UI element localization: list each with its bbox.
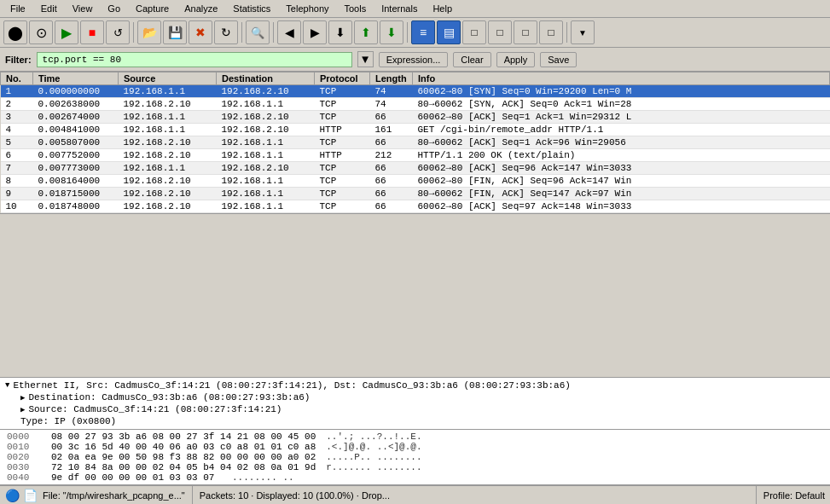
hex-offset: 0000 <box>7 432 41 442</box>
destination-text: Destination: CadmusCo_93:3b:a6 (08:00:27… <box>28 392 310 403</box>
hex-offset: 0020 <box>7 452 41 462</box>
status-icon-2: 📄 <box>23 489 38 502</box>
table-row[interactable]: 80.008164000192.168.2.10192.168.1.1TCP66… <box>1 175 830 188</box>
hex-ascii: ..'.; ...?..!..E. <box>326 432 421 442</box>
hex-row: 00409e df 00 00 00 00 01 03 03 07.......… <box>5 472 825 483</box>
toolbar: ⬤ ⊙ ▶ ■ ↺ 📂 💾 ✖ ↻ 🔍 ◀ ▶ ⬇ ⬆ ⬇ ≡ ▤ □ □ □ … <box>0 18 830 48</box>
menu-edit[interactable]: Edit <box>34 2 64 15</box>
new-capture-btn[interactable]: ⬤ <box>3 20 27 44</box>
ethernet-header-row[interactable]: Ethernet II, Src: CadmusCo_3f:14:21 (08:… <box>3 379 827 391</box>
hex-row: 000008 00 27 93 3b a6 08 00 27 3f 14 21 … <box>5 432 825 442</box>
table-row[interactable]: 70.007773000192.168.1.1192.168.2.10TCP66… <box>1 162 830 175</box>
back-btn[interactable]: ◀ <box>277 20 301 44</box>
menu-analyze[interactable]: Analyze <box>177 2 224 15</box>
packet-detail: Ethernet II, Src: CadmusCo_3f:14:21 (08:… <box>0 378 830 430</box>
hex-ascii: r....... ........ <box>326 462 421 472</box>
jump-btn[interactable]: ⬇ <box>328 20 352 44</box>
table-row[interactable]: 20.002638000192.168.2.10192.168.1.1TCP74… <box>1 98 830 111</box>
hex-bytes: 72 10 84 8a 00 00 02 04 05 b4 04 02 08 0… <box>51 462 316 472</box>
status-sep-2 <box>756 485 757 505</box>
status-packets: Packets: 10 · Displayed: 10 (100.0%) · D… <box>200 490 749 501</box>
table-row[interactable]: 40.004841000192.168.1.1192.168.2.10HTTP1… <box>1 124 830 136</box>
col-no: No. <box>1 72 33 85</box>
filter-label: Filter: <box>5 55 32 65</box>
packet-table: No. Time Source Destination Protocol Len… <box>0 72 830 213</box>
status-profile: Profile: Default <box>763 490 825 501</box>
view1-btn[interactable]: ≡ <box>411 20 435 44</box>
hex-bytes: 08 00 27 93 3b a6 08 00 27 3f 14 21 08 0… <box>51 432 316 442</box>
forward-btn[interactable]: ▶ <box>303 20 327 44</box>
restart-btn[interactable]: ↺ <box>106 20 130 44</box>
menu-go[interactable]: Go <box>101 2 127 15</box>
destination-row[interactable]: Destination: CadmusCo_93:3b:a6 (08:00:27… <box>3 391 827 403</box>
reload-btn[interactable]: ↻ <box>214 20 238 44</box>
table-row[interactable]: 60.007752000192.168.2.10192.168.1.1HTTP2… <box>1 149 830 162</box>
table-header: No. Time Source Destination Protocol Len… <box>1 72 830 85</box>
goto-btn[interactable]: ⬆ <box>354 20 378 44</box>
destination-triangle <box>20 393 25 403</box>
col-info: Info <box>413 72 830 85</box>
status-icon-1: 🔵 <box>5 489 20 502</box>
source-row[interactable]: Source: CadmusCo_3f:14:21 (08:00:27:3f:1… <box>3 403 827 415</box>
menu-tools[interactable]: Tools <box>338 2 374 15</box>
statusbar: 🔵 📄 File: "/tmp/wireshark_pcapng_e..." P… <box>0 485 830 504</box>
type-text: Type: IP (0x0800) <box>20 416 116 426</box>
view2-btn[interactable]: ▤ <box>437 20 461 44</box>
col-dst: Destination <box>217 72 315 85</box>
hex-bytes: 02 0a ea 9e 00 50 98 f3 88 82 00 00 00 0… <box>51 452 316 462</box>
hex-row: 001000 3c 16 5d 40 00 40 06 a0 03 c0 a8 … <box>5 442 825 452</box>
hex-ascii: ........ .. <box>232 472 294 483</box>
menu-statistics[interactable]: Statistics <box>226 2 277 15</box>
view6-btn[interactable]: □ <box>539 20 563 44</box>
stop-btn[interactable]: ■ <box>80 20 104 44</box>
table-row[interactable]: 100.018748000192.168.2.10192.168.1.1TCP6… <box>1 200 830 213</box>
status-file: File: "/tmp/wireshark_pcapng_e..." <box>43 490 185 501</box>
open-btn[interactable]: 📂 <box>137 20 161 44</box>
options-btn[interactable]: ⊙ <box>29 20 53 44</box>
ethernet-triangle <box>5 381 9 390</box>
save-filter-btn[interactable]: Save <box>540 52 577 67</box>
table-row[interactable]: 90.018715000192.168.2.10192.168.1.1TCP66… <box>1 188 830 200</box>
col-len: Length <box>370 72 413 85</box>
menu-view[interactable]: View <box>66 2 100 15</box>
menubar: File Edit View Go Capture Analyze Statis… <box>0 0 830 18</box>
down-btn[interactable]: ⬇ <box>380 20 403 44</box>
source-text: Source: CadmusCo_3f:14:21 (08:00:27:3f:1… <box>28 404 282 414</box>
hex-ascii: .<.]@.@. ..<]@.@. <box>326 442 421 452</box>
menu-internals[interactable]: Internals <box>374 2 424 15</box>
clear-btn[interactable]: Clear <box>453 52 490 67</box>
table-row[interactable]: 10.000000000192.168.1.1192.168.2.10TCP74… <box>1 85 830 98</box>
toolbar-sep-4 <box>407 22 408 43</box>
col-proto: Protocol <box>315 72 370 85</box>
hex-offset: 0010 <box>7 442 41 452</box>
apply-btn[interactable]: Apply <box>496 52 536 67</box>
hex-bytes: 9e df 00 00 00 00 01 03 03 07 <box>51 472 222 483</box>
view4-btn[interactable]: □ <box>488 20 512 44</box>
save-btn[interactable]: 💾 <box>163 20 187 44</box>
menu-file[interactable]: File <box>3 2 32 15</box>
hex-row: 002002 0a ea 9e 00 50 98 f3 88 82 00 00 … <box>5 452 825 462</box>
hex-offset: 0030 <box>7 462 41 472</box>
view3-btn[interactable]: □ <box>462 20 486 44</box>
table-row[interactable]: 50.005807000192.168.2.10192.168.1.1TCP66… <box>1 136 830 149</box>
filter-input[interactable] <box>37 52 352 67</box>
menu-telephony[interactable]: Telephony <box>279 2 335 15</box>
toolbar-sep-1 <box>133 22 134 43</box>
hex-dump: 000008 00 27 93 3b a6 08 00 27 3f 14 21 … <box>0 430 830 485</box>
close-btn[interactable]: ✖ <box>189 20 212 44</box>
expression-btn[interactable]: Expression... <box>379 52 449 67</box>
hex-bytes: 00 3c 16 5d 40 00 40 06 a0 03 c0 a8 01 0… <box>51 442 316 452</box>
hex-ascii: .....P.. ........ <box>326 452 421 462</box>
hex-offset: 0040 <box>7 472 41 483</box>
menu-help[interactable]: Help <box>426 2 459 15</box>
menu-capture[interactable]: Capture <box>129 2 176 15</box>
find-btn[interactable]: 🔍 <box>246 20 270 44</box>
toolbar-sep-2 <box>241 22 242 43</box>
start-btn[interactable]: ▶ <box>55 20 78 44</box>
more-btn[interactable]: ▼ <box>571 20 595 44</box>
filter-dropdown-btn[interactable]: ▼ <box>357 51 374 67</box>
source-triangle <box>20 405 25 414</box>
table-row[interactable]: 30.002674000192.168.1.1192.168.2.10TCP66… <box>1 111 830 124</box>
filterbar: Filter: ▼ Expression... Clear Apply Save <box>0 48 830 72</box>
view5-btn[interactable]: □ <box>514 20 537 44</box>
